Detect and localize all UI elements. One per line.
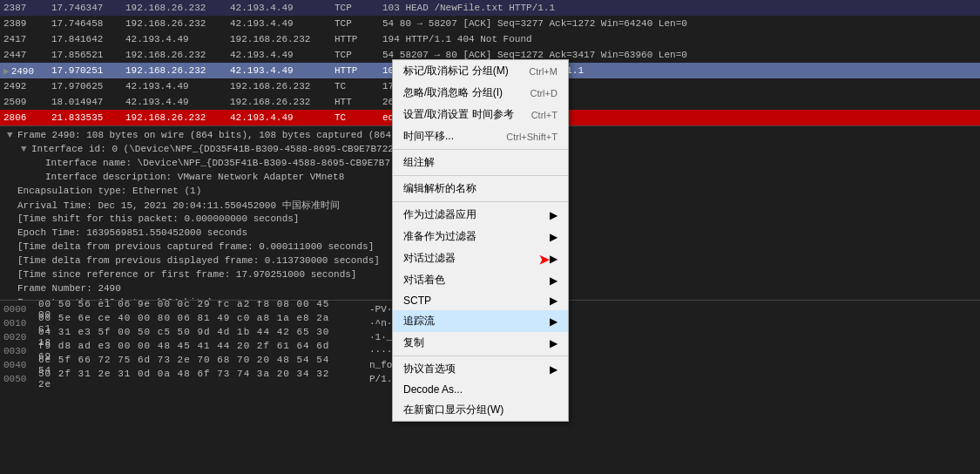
menu-shortcut: Ctrl+T	[531, 110, 558, 120]
packet-row[interactable]: 2389 17.746458 192.168.26.232 42.193.4.4…	[0, 16, 980, 31]
packet-dst: 42.193.4.49	[230, 50, 335, 60]
hex-offset: 0040	[3, 360, 38, 370]
menu-item-7[interactable]: 准备作为过滤器▶	[393, 226, 568, 247]
menu-shortcut: Ctrl+Shift+T	[506, 132, 558, 142]
packet-time: 17.970625	[51, 81, 125, 91]
submenu-arrow: ▶	[550, 315, 558, 328]
packet-src: 42.193.4.49	[125, 81, 230, 91]
packet-dst: 42.193.4.49	[230, 3, 335, 13]
packet-time: 17.970251	[51, 65, 125, 76]
menu-label: 协议首选项	[403, 362, 456, 376]
menu-item-12[interactable]: 复制▶	[393, 332, 568, 354]
menu-item-5[interactable]: 编辑解析的名称	[393, 178, 568, 200]
submenu-arrow: ▶	[550, 209, 558, 221]
menu-item-13[interactable]: 协议首选项▶	[393, 358, 568, 380]
packet-row[interactable]: 2417 17.841642 42.193.4.49 192.168.26.23…	[0, 31, 980, 47]
packet-proto: TC	[335, 81, 382, 91]
menu-item-11[interactable]: 追踪流▶	[393, 310, 568, 332]
menu-label: 忽略/取消忽略 分组(I)	[403, 85, 503, 100]
packet-info: 54 80 → 58207 [ACK] Seq=3277 Ack=1272 Wi…	[382, 18, 977, 29]
menu-item-0[interactable]: 标记/取消标记 分组(M)Ctrl+M	[393, 60, 568, 82]
packet-time: 17.841642	[51, 34, 125, 44]
menu-label: SCTP	[403, 295, 431, 307]
menu-label: 复制	[403, 335, 424, 350]
menu-shortcut: Ctrl+M	[529, 66, 558, 77]
packet-src: 42.193.4.49	[125, 34, 230, 44]
packet-time: 17.856521	[51, 50, 125, 60]
menu-label: 在新窗口显示分组(W)	[403, 403, 504, 417]
hex-offset: 0010	[3, 318, 38, 328]
packet-dst: 42.193.4.49	[230, 65, 335, 76]
menu-label: 追踪流	[403, 314, 435, 328]
menu-label: 作为过滤器应用	[403, 207, 476, 222]
packet-src: 192.168.26.232	[125, 65, 230, 76]
submenu-arrow: ▶	[550, 363, 558, 376]
menu-item-3[interactable]: 时间平移...Ctrl+Shift+T	[393, 125, 568, 147]
hex-offset: 0030	[3, 346, 38, 356]
menu-label: 编辑解析的名称	[403, 181, 476, 196]
packet-src: 42.193.4.49	[125, 97, 230, 107]
packet-proto: TCP	[335, 18, 382, 29]
packet-time: 18.014947	[51, 97, 125, 107]
packet-no: 2509	[3, 97, 51, 107]
submenu-arrow: ▶	[550, 274, 558, 287]
packet-dst: 192.168.26.232	[230, 34, 335, 44]
hex-offset: 0020	[3, 332, 38, 342]
packet-time: 17.746347	[51, 3, 125, 13]
menu-label: 准备作为过滤器	[403, 229, 476, 244]
menu-label: 设置/取消设置 时间参考	[403, 107, 514, 122]
menu-item-4[interactable]: 组注解	[393, 152, 568, 173]
packet-no: 2389	[3, 18, 51, 29]
packet-proto: TC	[335, 112, 382, 123]
menu-item-15[interactable]: 在新窗口显示分组(W)	[393, 399, 568, 421]
expand-arrow[interactable]: ▼	[7, 130, 17, 140]
menu-separator	[393, 175, 568, 176]
packet-dst: 42.193.4.49	[230, 112, 335, 123]
menu-separator	[393, 149, 568, 150]
menu-separator	[393, 201, 568, 202]
packet-src: 192.168.26.232	[125, 50, 230, 60]
menu-item-1[interactable]: 忽略/取消忽略 分组(I)Ctrl+D	[393, 82, 568, 104]
packet-proto: HTT	[335, 97, 382, 107]
hex-offset: 0000	[3, 304, 38, 315]
menu-item-6[interactable]: 作为过滤器应用▶	[393, 204, 568, 226]
menu-separator	[393, 356, 568, 356]
menu-label: 时间平移...	[403, 129, 454, 144]
follow-arrow: ➤	[538, 248, 551, 274]
menu-label: 对话着色	[403, 273, 445, 288]
menu-label: 对话过滤器	[403, 251, 456, 266]
packet-info: 194 HTTP/1.1 404 Not Found	[382, 34, 977, 44]
menu-item-2[interactable]: 设置/取消设置 时间参考Ctrl+T	[393, 104, 568, 125]
hex-bytes: 50 2f 31 2e 31 0d 0a 48 6f 73 74 3a 20 3…	[38, 369, 369, 388]
menu-shortcut: Ctrl+D	[530, 88, 557, 98]
packet-info: 103 HEAD /NewFile.txt HTTP/1.1	[382, 3, 977, 13]
packet-time: 17.746458	[51, 18, 125, 29]
packet-src: 192.168.26.232	[125, 3, 230, 13]
packet-time: 21.833535	[51, 112, 125, 123]
menu-item-14[interactable]: Decode As...	[393, 380, 568, 399]
packet-dst: 192.168.26.232	[230, 97, 335, 107]
packet-no: 2492	[3, 81, 51, 91]
packet-row[interactable]: 2387 17.746347 192.168.26.232 42.193.4.4…	[0, 0, 980, 16]
packet-proto: HTTP	[335, 34, 382, 44]
packet-no: ▶2490	[3, 65, 51, 77]
hex-offset: 0050	[3, 374, 38, 384]
expand-arrow[interactable]: ▼	[21, 144, 31, 154]
menu-item-10[interactable]: SCTP▶	[393, 291, 568, 310]
packet-dst: 42.193.4.49	[230, 18, 335, 29]
packet-no: 2417	[3, 34, 51, 44]
packet-no: 2387	[3, 3, 51, 13]
menu-label: 组注解	[403, 155, 435, 170]
menu-label: Decode As...	[403, 383, 463, 396]
context-menu: 标记/取消标记 分组(M)Ctrl+M忽略/取消忽略 分组(I)Ctrl+D设置…	[392, 59, 569, 422]
row-arrow: ▶	[3, 66, 10, 77]
packet-no: 2447	[3, 50, 51, 60]
submenu-arrow: ▶	[550, 295, 558, 307]
menu-label: 标记/取消标记 分组(M)	[403, 64, 509, 78]
packet-dst: 192.168.26.232	[230, 81, 335, 91]
packet-no: 2806	[3, 112, 51, 123]
submenu-arrow: ▶	[550, 231, 558, 243]
submenu-arrow: ▶	[550, 337, 558, 349]
packet-src: 192.168.26.232	[125, 18, 230, 29]
packet-proto: TCP	[335, 3, 382, 13]
